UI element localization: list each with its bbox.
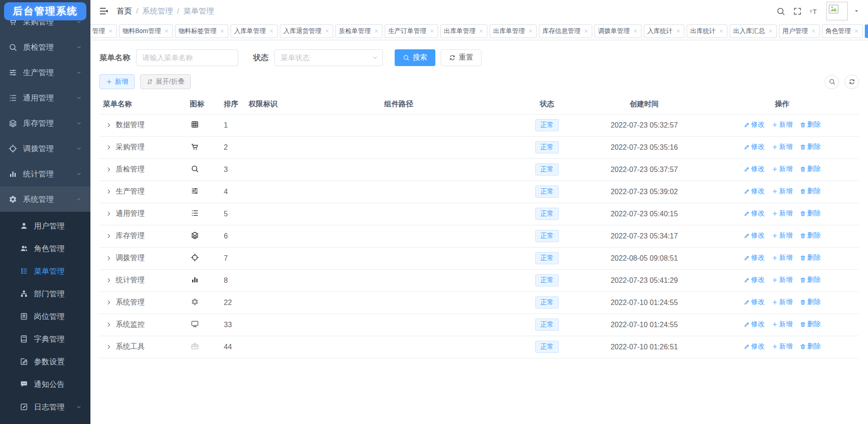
menu-name-input[interactable] xyxy=(136,49,238,66)
close-icon[interactable] xyxy=(325,29,330,33)
edit-link[interactable]: 修改 xyxy=(744,276,765,284)
tab[interactable]: 角色管理 xyxy=(822,24,863,38)
sidebar-item[interactable]: 系统管理 xyxy=(0,186,90,212)
add-link[interactable]: 新增 xyxy=(772,231,793,240)
close-icon[interactable] xyxy=(479,29,484,33)
add-link[interactable]: 新增 xyxy=(772,253,793,262)
tab[interactable]: 菜单管理 xyxy=(865,24,868,38)
tab[interactable]: 用户管理 xyxy=(779,24,820,38)
delete-link[interactable]: 删除 xyxy=(800,276,821,284)
chevron-right-icon[interactable] xyxy=(106,144,112,150)
search-icon[interactable] xyxy=(776,7,785,16)
delete-link[interactable]: 删除 xyxy=(800,187,821,195)
chevron-right-icon[interactable] xyxy=(106,189,112,195)
add-link[interactable]: 新增 xyxy=(772,143,793,151)
sidebar-item[interactable]: 统计管理 xyxy=(0,161,90,186)
tab[interactable]: 入库退货管理 xyxy=(280,24,333,38)
tab[interactable]: 质检单管理 xyxy=(335,24,382,38)
add-link[interactable]: 新增 xyxy=(772,342,793,351)
edit-link[interactable]: 修改 xyxy=(744,209,765,218)
add-link[interactable]: 新增 xyxy=(772,187,793,195)
delete-link[interactable]: 删除 xyxy=(800,320,821,329)
edit-link[interactable]: 修改 xyxy=(744,320,765,329)
delete-link[interactable]: 删除 xyxy=(800,209,821,218)
sidebar-item[interactable]: 质检管理 xyxy=(0,34,90,60)
edit-link[interactable]: 修改 xyxy=(744,165,765,173)
chevron-right-icon[interactable] xyxy=(106,277,112,283)
sidebar-subitem[interactable]: 通知公告 xyxy=(0,373,90,395)
sidebar-item[interactable]: 通用管理 xyxy=(0,85,90,110)
close-icon[interactable] xyxy=(164,29,169,33)
sidebar-subitem[interactable]: 参数设置 xyxy=(0,350,90,373)
close-icon[interactable] xyxy=(429,29,434,33)
close-icon[interactable] xyxy=(584,29,589,33)
sidebar-subitem[interactable]: 用户管理 xyxy=(0,214,90,237)
add-link[interactable]: 新增 xyxy=(772,298,793,306)
chevron-right-icon[interactable] xyxy=(106,344,112,350)
search-button[interactable]: 搜索 xyxy=(395,49,435,66)
sidebar-item[interactable]: 库存管理 xyxy=(0,110,90,136)
avatar[interactable] xyxy=(826,2,848,20)
tab[interactable]: 库存信息管理 xyxy=(539,24,592,38)
close-icon[interactable] xyxy=(220,29,225,33)
edit-link[interactable]: 修改 xyxy=(744,231,765,240)
close-icon[interactable] xyxy=(719,29,724,33)
close-icon[interactable] xyxy=(854,29,859,33)
sidebar-subitem[interactable]: 岗位管理 xyxy=(0,305,90,328)
tab[interactable]: 出入库汇总 xyxy=(730,24,777,38)
status-select-input[interactable] xyxy=(274,49,383,66)
refresh-table-button[interactable] xyxy=(844,75,859,89)
close-icon[interactable] xyxy=(108,29,113,33)
sidebar-collapse-icon[interactable] xyxy=(99,6,108,16)
chevron-right-icon[interactable] xyxy=(106,122,112,128)
font-size-icon[interactable]: TT xyxy=(810,7,819,16)
toggle-search-button[interactable] xyxy=(825,75,839,89)
add-link[interactable]: 新增 xyxy=(772,276,793,284)
tab[interactable]: 入库统计 xyxy=(644,24,684,38)
chevron-right-icon[interactable] xyxy=(106,233,112,239)
edit-link[interactable]: 修改 xyxy=(744,143,765,151)
close-icon[interactable] xyxy=(528,29,533,33)
edit-link[interactable]: 修改 xyxy=(744,298,765,306)
add-button[interactable]: 新增 xyxy=(99,74,135,89)
delete-link[interactable]: 删除 xyxy=(800,342,821,351)
close-icon[interactable] xyxy=(633,29,638,33)
sidebar-subitem[interactable]: 菜单管理 xyxy=(0,260,90,282)
chevron-right-icon[interactable] xyxy=(106,322,112,328)
chevron-right-icon[interactable] xyxy=(106,167,112,172)
close-icon[interactable] xyxy=(811,29,816,33)
close-icon[interactable] xyxy=(374,29,379,33)
sidebar-subitem[interactable]: 日志管理 xyxy=(0,395,90,418)
breadcrumb-home[interactable]: 首页 xyxy=(117,6,132,16)
status-select[interactable] xyxy=(274,49,383,66)
tab[interactable]: 物料Bom管理 xyxy=(119,24,173,38)
sidebar-item[interactable]: 调拨管理 xyxy=(0,136,90,161)
sidebar-subitem[interactable]: 字典管理 xyxy=(0,328,90,350)
tab[interactable]: 出库单管理 xyxy=(440,24,487,38)
close-icon[interactable] xyxy=(269,29,274,33)
add-link[interactable]: 新增 xyxy=(772,120,793,129)
edit-link[interactable]: 修改 xyxy=(744,342,765,351)
add-link[interactable]: 新增 xyxy=(772,209,793,218)
sidebar-subitem[interactable]: 角色管理 xyxy=(0,237,90,260)
expand-collapse-button[interactable]: 展开/折叠 xyxy=(140,74,191,89)
edit-link[interactable]: 修改 xyxy=(744,120,765,129)
sidebar-item[interactable]: 生产管理 xyxy=(0,60,90,85)
tab[interactable]: 物料标签管理 xyxy=(175,24,228,38)
edit-link[interactable]: 修改 xyxy=(744,187,765,195)
tab[interactable]: 生产订单管理 xyxy=(385,24,438,38)
close-icon[interactable] xyxy=(676,29,681,33)
delete-link[interactable]: 删除 xyxy=(800,120,821,129)
reset-button[interactable]: 重置 xyxy=(441,49,481,66)
delete-link[interactable]: 删除 xyxy=(800,298,821,306)
delete-link[interactable]: 删除 xyxy=(800,143,821,151)
sidebar-subitem[interactable]: 部门管理 xyxy=(0,282,90,305)
delete-link[interactable]: 删除 xyxy=(800,253,821,262)
fullscreen-icon[interactable] xyxy=(793,7,802,16)
tab[interactable]: 出库统计 xyxy=(687,24,727,38)
add-link[interactable]: 新增 xyxy=(772,320,793,329)
caret-down-icon[interactable] xyxy=(854,8,859,14)
chevron-right-icon[interactable] xyxy=(106,300,112,305)
tab[interactable]: 出库单管理 xyxy=(490,24,537,38)
tab[interactable]: 调拨单管理 xyxy=(594,24,642,38)
